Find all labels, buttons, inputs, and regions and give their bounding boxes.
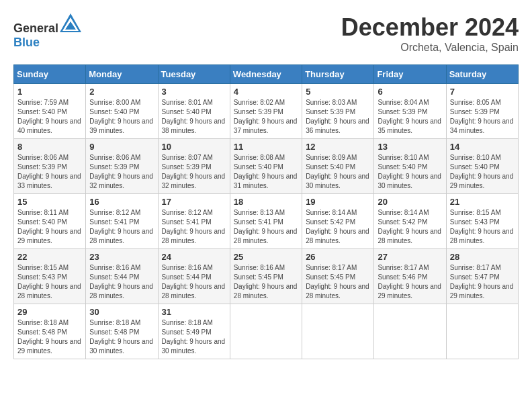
day-info: Sunrise: 8:05 AMSunset: 5:39 PMDaylight:…	[450, 98, 515, 136]
calendar-header-row: SundayMondayTuesdayWednesdayThursdayFrid…	[14, 65, 519, 84]
calendar-day-cell: 26Sunrise: 8:17 AMSunset: 5:45 PMDayligh…	[302, 249, 374, 304]
calendar-day-cell: 3Sunrise: 8:01 AMSunset: 5:40 PMDaylight…	[158, 84, 230, 139]
day-info: Sunrise: 8:18 AMSunset: 5:49 PMDaylight:…	[162, 318, 226, 356]
day-number: 19	[306, 197, 370, 207]
calendar-table: SundayMondayTuesdayWednesdayThursdayFrid…	[13, 64, 519, 359]
day-number: 12	[306, 142, 370, 152]
day-number: 14	[450, 142, 515, 152]
logo-text: General Blue	[13, 13, 81, 50]
weekday-header: Wednesday	[230, 65, 302, 84]
calendar-day-cell: 21Sunrise: 8:15 AMSunset: 5:43 PMDayligh…	[446, 194, 518, 249]
calendar-day-cell: 16Sunrise: 8:12 AMSunset: 5:41 PMDayligh…	[86, 194, 158, 249]
calendar-day-cell: 25Sunrise: 8:16 AMSunset: 5:45 PMDayligh…	[230, 249, 302, 304]
day-info: Sunrise: 8:06 AMSunset: 5:39 PMDaylight:…	[17, 153, 82, 191]
day-number: 1	[17, 87, 82, 97]
day-info: Sunrise: 8:11 AMSunset: 5:40 PMDaylight:…	[17, 208, 82, 246]
day-number: 15	[17, 197, 82, 207]
weekday-header: Thursday	[302, 65, 374, 84]
calendar-day-cell: 10Sunrise: 8:07 AMSunset: 5:39 PMDayligh…	[158, 139, 230, 194]
calendar-day-cell: 15Sunrise: 8:11 AMSunset: 5:40 PMDayligh…	[14, 194, 86, 249]
day-number: 22	[17, 252, 82, 262]
weekday-header: Sunday	[14, 65, 86, 84]
calendar-week-row: 22Sunrise: 8:15 AMSunset: 5:43 PMDayligh…	[14, 249, 519, 304]
calendar-day-cell: 5Sunrise: 8:03 AMSunset: 5:39 PMDaylight…	[302, 84, 374, 139]
day-info: Sunrise: 8:02 AMSunset: 5:39 PMDaylight:…	[234, 98, 298, 136]
month-title: December 2024	[341, 13, 519, 42]
day-info: Sunrise: 8:17 AMSunset: 5:46 PMDaylight:…	[378, 263, 442, 301]
calendar-day-cell: 18Sunrise: 8:13 AMSunset: 5:41 PMDayligh…	[230, 194, 302, 249]
calendar-day-cell	[302, 304, 374, 359]
calendar-day-cell	[230, 304, 302, 359]
day-info: Sunrise: 8:07 AMSunset: 5:39 PMDaylight:…	[162, 153, 226, 191]
day-number: 20	[378, 197, 442, 207]
calendar-day-cell: 30Sunrise: 8:18 AMSunset: 5:48 PMDayligh…	[86, 304, 158, 359]
location-title: Orcheta, Valencia, Spain	[341, 42, 519, 54]
day-number: 23	[89, 252, 154, 262]
day-info: Sunrise: 8:00 AMSunset: 5:40 PMDaylight:…	[89, 98, 154, 136]
day-info: Sunrise: 8:17 AMSunset: 5:45 PMDaylight:…	[306, 263, 370, 301]
day-number: 21	[450, 197, 515, 207]
day-info: Sunrise: 8:10 AMSunset: 5:40 PMDaylight:…	[450, 153, 515, 191]
calendar-day-cell: 23Sunrise: 8:16 AMSunset: 5:44 PMDayligh…	[86, 249, 158, 304]
title-section: December 2024 Orcheta, Valencia, Spain	[341, 13, 519, 54]
day-info: Sunrise: 8:04 AMSunset: 5:39 PMDaylight:…	[378, 98, 442, 136]
day-number: 27	[378, 252, 442, 262]
day-info: Sunrise: 8:18 AMSunset: 5:48 PMDaylight:…	[17, 318, 82, 356]
day-number: 18	[234, 197, 298, 207]
day-info: Sunrise: 8:01 AMSunset: 5:40 PMDaylight:…	[162, 98, 226, 136]
day-number: 26	[306, 252, 370, 262]
calendar-day-cell	[374, 304, 446, 359]
calendar-day-cell: 4Sunrise: 8:02 AMSunset: 5:39 PMDaylight…	[230, 84, 302, 139]
day-number: 4	[234, 87, 298, 97]
calendar-day-cell: 2Sunrise: 8:00 AMSunset: 5:40 PMDaylight…	[86, 84, 158, 139]
day-info: Sunrise: 8:15 AMSunset: 5:43 PMDaylight:…	[17, 263, 82, 301]
calendar-day-cell: 28Sunrise: 8:17 AMSunset: 5:47 PMDayligh…	[446, 249, 518, 304]
day-info: Sunrise: 8:12 AMSunset: 5:41 PMDaylight:…	[162, 208, 226, 246]
day-number: 13	[378, 142, 442, 152]
day-number: 24	[162, 252, 226, 262]
weekday-header: Saturday	[446, 65, 518, 84]
day-number: 9	[89, 142, 154, 152]
weekday-header: Monday	[86, 65, 158, 84]
calendar-day-cell: 24Sunrise: 8:16 AMSunset: 5:44 PMDayligh…	[158, 249, 230, 304]
day-number: 30	[89, 307, 154, 317]
calendar-day-cell: 12Sunrise: 8:09 AMSunset: 5:40 PMDayligh…	[302, 139, 374, 194]
weekday-header: Tuesday	[158, 65, 230, 84]
day-number: 3	[162, 87, 226, 97]
day-number: 8	[17, 142, 82, 152]
day-info: Sunrise: 8:18 AMSunset: 5:48 PMDaylight:…	[89, 318, 154, 356]
weekday-header: Friday	[374, 65, 446, 84]
calendar-day-cell	[446, 304, 518, 359]
logo: General Blue	[13, 13, 81, 50]
calendar-day-cell: 17Sunrise: 8:12 AMSunset: 5:41 PMDayligh…	[158, 194, 230, 249]
logo-blue: Blue	[13, 36, 40, 49]
day-info: Sunrise: 8:09 AMSunset: 5:40 PMDaylight:…	[306, 153, 370, 191]
day-number: 6	[378, 87, 442, 97]
day-info: Sunrise: 8:15 AMSunset: 5:43 PMDaylight:…	[450, 208, 515, 246]
calendar-day-cell: 20Sunrise: 8:14 AMSunset: 5:42 PMDayligh…	[374, 194, 446, 249]
calendar-day-cell: 1Sunrise: 7:59 AMSunset: 5:40 PMDaylight…	[14, 84, 86, 139]
calendar-day-cell: 9Sunrise: 8:06 AMSunset: 5:39 PMDaylight…	[86, 139, 158, 194]
day-info: Sunrise: 8:03 AMSunset: 5:39 PMDaylight:…	[306, 98, 370, 136]
day-info: Sunrise: 8:13 AMSunset: 5:41 PMDaylight:…	[234, 208, 298, 246]
day-number: 11	[234, 142, 298, 152]
calendar-day-cell: 22Sunrise: 8:15 AMSunset: 5:43 PMDayligh…	[14, 249, 86, 304]
day-number: 2	[89, 87, 154, 97]
calendar-day-cell: 8Sunrise: 8:06 AMSunset: 5:39 PMDaylight…	[14, 139, 86, 194]
calendar-week-row: 15Sunrise: 8:11 AMSunset: 5:40 PMDayligh…	[14, 194, 519, 249]
day-info: Sunrise: 8:16 AMSunset: 5:44 PMDaylight:…	[89, 263, 154, 301]
calendar-week-row: 1Sunrise: 7:59 AMSunset: 5:40 PMDaylight…	[14, 84, 519, 139]
day-number: 29	[17, 307, 82, 317]
day-number: 28	[450, 252, 515, 262]
calendar-day-cell: 27Sunrise: 8:17 AMSunset: 5:46 PMDayligh…	[374, 249, 446, 304]
calendar-day-cell: 6Sunrise: 8:04 AMSunset: 5:39 PMDaylight…	[374, 84, 446, 139]
calendar-day-cell: 7Sunrise: 8:05 AMSunset: 5:39 PMDaylight…	[446, 84, 518, 139]
day-info: Sunrise: 8:10 AMSunset: 5:40 PMDaylight:…	[378, 153, 442, 191]
day-info: Sunrise: 8:16 AMSunset: 5:45 PMDaylight:…	[234, 263, 298, 301]
logo-general: General	[13, 21, 58, 35]
calendar-day-cell: 13Sunrise: 8:10 AMSunset: 5:40 PMDayligh…	[374, 139, 446, 194]
day-number: 5	[306, 87, 370, 97]
day-info: Sunrise: 8:16 AMSunset: 5:44 PMDaylight:…	[162, 263, 226, 301]
day-info: Sunrise: 8:14 AMSunset: 5:42 PMDaylight:…	[378, 208, 442, 246]
calendar-day-cell: 29Sunrise: 8:18 AMSunset: 5:48 PMDayligh…	[14, 304, 86, 359]
